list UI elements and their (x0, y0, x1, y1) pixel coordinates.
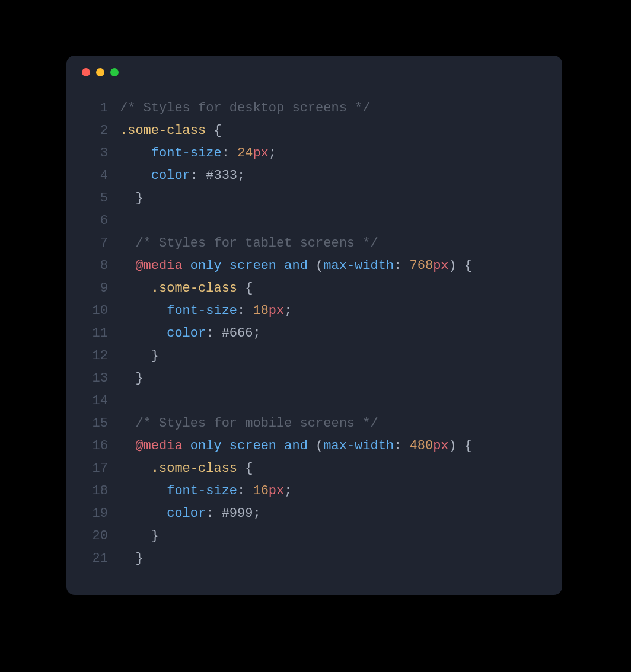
code-content[interactable]: .some-class { (120, 277, 562, 300)
zoom-icon[interactable] (110, 68, 119, 76)
token-punct: : (190, 168, 206, 183)
code-line[interactable]: 6 (66, 210, 562, 232)
code-content[interactable]: color: #333; (120, 165, 562, 187)
token-punct: } (135, 551, 143, 566)
token-punct: ; (253, 326, 260, 341)
code-line[interactable]: 17 .some-class { (66, 457, 562, 480)
token-keyword: @media (135, 258, 182, 273)
code-content[interactable] (120, 210, 562, 232)
line-number: 16 (66, 435, 120, 457)
code-content[interactable] (120, 390, 562, 412)
code-content[interactable]: font-size: 24px; (120, 142, 562, 165)
token-punct: ) (449, 258, 464, 273)
token-punct: ; (237, 168, 245, 183)
code-line[interactable]: 16 @media only screen and (max-width: 48… (66, 435, 562, 457)
token-media-kw: screen (230, 439, 276, 453)
token-punct (120, 281, 151, 296)
token-unit: px (433, 258, 448, 273)
code-content[interactable]: /* Styles for tablet screens */ (120, 232, 562, 255)
token-punct: } (151, 529, 159, 543)
code-line[interactable]: 19 color: #999; (66, 503, 562, 525)
code-content[interactable]: } (120, 367, 562, 390)
token-punct (120, 506, 167, 521)
code-content[interactable]: @media only screen and (max-width: 768px… (120, 255, 562, 277)
token-prop: font-size (167, 303, 237, 318)
code-line[interactable]: 1/* Styles for desktop screens */ (66, 97, 562, 120)
token-prop: color (167, 326, 206, 341)
token-comment: /* Styles for mobile screens */ (135, 416, 378, 431)
token-prop: color (167, 506, 206, 521)
code-content[interactable]: font-size: 18px; (120, 300, 562, 322)
code-line[interactable]: 4 color: #333; (66, 165, 562, 187)
token-punct: ) (449, 439, 464, 453)
token-unit: px (269, 484, 284, 498)
close-icon[interactable] (82, 68, 90, 76)
code-line[interactable]: 7 /* Styles for tablet screens */ (66, 232, 562, 255)
line-number: 8 (66, 255, 120, 277)
token-prop: color (151, 168, 190, 183)
code-content[interactable]: color: #999; (120, 503, 562, 525)
line-number: 13 (66, 367, 120, 390)
code-editor[interactable]: 1/* Styles for desktop screens */2.some-… (66, 89, 562, 591)
token-media-kw: screen (230, 258, 276, 273)
line-number: 4 (66, 165, 120, 187)
token-punct (206, 123, 213, 138)
code-line[interactable]: 18 font-size: 16px; (66, 480, 562, 503)
code-line[interactable]: 3 font-size: 24px; (66, 142, 562, 165)
token-punct (120, 146, 151, 161)
token-selector: .some-class (120, 123, 206, 138)
token-punct: : (206, 506, 221, 521)
token-punct (120, 326, 167, 341)
token-media-kw: and (284, 439, 308, 453)
token-punct: : (222, 146, 237, 161)
token-unit: px (433, 439, 448, 453)
code-line[interactable]: 2.some-class { (66, 120, 562, 142)
token-number: 16 (253, 484, 268, 498)
token-punct: ; (284, 484, 292, 498)
code-content[interactable]: /* Styles for desktop screens */ (120, 97, 562, 120)
code-line[interactable]: 13 } (66, 367, 562, 390)
code-content[interactable]: font-size: 16px; (120, 480, 562, 503)
token-punct (120, 236, 135, 251)
code-content[interactable]: .some-class { (120, 457, 562, 480)
token-selector: .some-class (151, 281, 237, 296)
code-line[interactable]: 14 (66, 390, 562, 412)
minimize-icon[interactable] (96, 68, 104, 76)
token-number: 18 (253, 303, 268, 318)
token-keyword: @media (135, 439, 182, 453)
token-punct (120, 439, 135, 453)
code-content[interactable]: } (120, 525, 562, 548)
line-number: 9 (66, 277, 120, 300)
line-number: 6 (66, 210, 120, 232)
code-content[interactable]: } (120, 548, 562, 570)
code-line[interactable]: 15 /* Styles for mobile screens */ (66, 412, 562, 435)
token-media-kw: only (190, 439, 222, 453)
token-punct (120, 551, 135, 566)
code-line[interactable]: 10 font-size: 18px; (66, 300, 562, 322)
token-punct: { (464, 258, 472, 273)
code-line[interactable]: 9 .some-class { (66, 277, 562, 300)
code-content[interactable]: } (120, 187, 562, 210)
code-line[interactable]: 5 } (66, 187, 562, 210)
code-content[interactable]: color: #666; (120, 322, 562, 345)
code-line[interactable]: 21 } (66, 548, 562, 570)
code-line[interactable]: 12 } (66, 345, 562, 367)
line-number: 5 (66, 187, 120, 210)
token-hex: #999 (222, 506, 253, 521)
token-punct: { (245, 461, 253, 476)
token-punct: : (394, 439, 409, 453)
token-selector: .some-class (151, 461, 237, 476)
code-content[interactable]: @media only screen and (max-width: 480px… (120, 435, 562, 457)
code-content[interactable]: /* Styles for mobile screens */ (120, 412, 562, 435)
token-unit: px (269, 303, 284, 318)
token-punct: ( (308, 258, 323, 273)
token-punct: ; (253, 506, 260, 521)
token-number: 24 (237, 146, 253, 161)
code-line[interactable]: 8 @media only screen and (max-width: 768… (66, 255, 562, 277)
code-content[interactable]: } (120, 345, 562, 367)
code-line[interactable]: 20 } (66, 525, 562, 548)
line-number: 3 (66, 142, 120, 165)
code-content[interactable]: .some-class { (120, 120, 562, 142)
code-line[interactable]: 11 color: #666; (66, 322, 562, 345)
token-prop: max-width (323, 439, 394, 453)
